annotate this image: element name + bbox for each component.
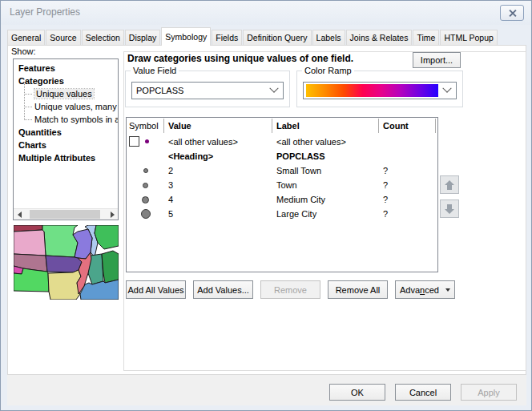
tab-labels[interactable]: Labels bbox=[312, 30, 345, 45]
tab-display[interactable]: Display bbox=[125, 30, 160, 45]
show-item-features[interactable]: Features bbox=[14, 62, 118, 75]
tab-symbology[interactable]: Symbology bbox=[161, 27, 211, 46]
color-ramp-group: Color Ramp bbox=[296, 71, 463, 107]
show-tree-hscrollbar[interactable] bbox=[14, 208, 118, 220]
value-field-value: POPCLASS bbox=[132, 86, 265, 95]
color-ramp-dropdown[interactable] bbox=[303, 82, 457, 99]
show-item-match-symbols[interactable]: Match to symbols in a bbox=[14, 113, 118, 126]
tab-html-popup[interactable]: HTML Popup bbox=[440, 30, 497, 45]
category-symbol[interactable] bbox=[143, 168, 148, 173]
tab-definition-query[interactable]: Definition Query bbox=[243, 30, 311, 45]
column-header-count[interactable]: Count bbox=[379, 119, 436, 133]
category-symbol[interactable] bbox=[142, 196, 149, 203]
symbol-table: Symbol Value Label Count <all other valu… bbox=[126, 117, 438, 272]
tab-joins-relates[interactable]: Joins & Relates bbox=[346, 30, 413, 45]
map-missouri bbox=[48, 270, 81, 300]
tab-fields[interactable]: Fields bbox=[212, 30, 242, 45]
menu-dropdown-icon bbox=[445, 288, 450, 292]
add-values-button[interactable]: Add Values... bbox=[193, 280, 253, 299]
map-south-dakota bbox=[14, 230, 46, 256]
remove-all-button[interactable]: Remove All bbox=[328, 280, 388, 299]
layer-properties-dialog: Layer Properties General Source Selectio… bbox=[0, 0, 532, 411]
category-symbol[interactable] bbox=[143, 183, 148, 188]
map-michigan bbox=[95, 225, 119, 249]
window-title: Layer Properties bbox=[10, 6, 80, 18]
tab-general[interactable]: General bbox=[7, 30, 45, 45]
titlebar[interactable]: Layer Properties bbox=[1, 1, 531, 25]
arrow-up-icon bbox=[443, 179, 456, 191]
remove-button[interactable]: Remove bbox=[260, 280, 320, 299]
apply-button[interactable]: Apply bbox=[461, 384, 517, 401]
chevron-down-icon[interactable] bbox=[265, 87, 283, 94]
tree-connector bbox=[24, 83, 32, 95]
map-iowa bbox=[46, 256, 82, 272]
renderer-description: Draw categories using unique values of o… bbox=[127, 53, 353, 64]
tree-connector bbox=[24, 108, 32, 120]
import-button[interactable]: Import... bbox=[413, 52, 461, 68]
close-button[interactable] bbox=[500, 5, 524, 21]
arrow-down-icon bbox=[443, 203, 456, 216]
cancel-button[interactable]: Cancel bbox=[395, 384, 451, 401]
tab-selection[interactable]: Selection bbox=[82, 30, 124, 45]
tab-bar: General Source Selection Display Symbolo… bbox=[7, 26, 526, 45]
table-header: Symbol Value Label Count bbox=[127, 118, 437, 134]
move-up-button[interactable] bbox=[440, 175, 459, 194]
all-other-values-symbol[interactable] bbox=[145, 139, 149, 143]
add-all-values-button[interactable]: Add All Values bbox=[126, 280, 186, 299]
table-row[interactable]: 2 Small Town ? bbox=[127, 163, 437, 178]
tab-time[interactable]: Time bbox=[413, 30, 439, 45]
scroll-right-arrow-icon[interactable] bbox=[107, 209, 118, 220]
show-item-charts[interactable]: Charts bbox=[14, 139, 118, 151]
column-header-value[interactable]: Value bbox=[164, 119, 272, 133]
map-ohio bbox=[102, 251, 119, 283]
value-field-group: Value Field POPCLASS bbox=[125, 71, 290, 107]
color-ramp-label: Color Ramp bbox=[302, 66, 354, 75]
chevron-down-icon[interactable] bbox=[438, 87, 456, 94]
ok-button[interactable]: OK bbox=[329, 384, 385, 401]
move-down-button[interactable] bbox=[440, 199, 459, 218]
show-tree: Features Categories Unique values Unique… bbox=[13, 58, 119, 220]
symbology-tab-panel: Show: Features Categories Unique values … bbox=[7, 45, 526, 375]
value-field-label: Value Field bbox=[131, 66, 179, 75]
show-item-quantities[interactable]: Quantities bbox=[14, 126, 118, 139]
dialog-button-row: OK Cancel Apply bbox=[7, 375, 526, 405]
advanced-button[interactable]: Advanced bbox=[395, 280, 455, 299]
table-row[interactable]: <all other values> <all other values> bbox=[127, 134, 437, 149]
show-item-multiple-attributes[interactable]: Multiple Attributes bbox=[14, 151, 118, 164]
close-icon bbox=[508, 9, 517, 18]
color-ramp-swatch bbox=[306, 84, 438, 97]
map-minnesota bbox=[42, 225, 78, 257]
table-row[interactable]: 5 Large City ? bbox=[127, 207, 437, 221]
map-bottom-right bbox=[80, 280, 119, 300]
scrollbar-thumb[interactable] bbox=[30, 210, 100, 219]
table-row[interactable]: <Heading> POPCLASS bbox=[127, 149, 437, 163]
tree-connector bbox=[24, 95, 32, 107]
column-header-symbol[interactable]: Symbol bbox=[127, 119, 164, 133]
column-header-label[interactable]: Label bbox=[272, 119, 379, 133]
value-field-dropdown[interactable]: POPCLASS bbox=[131, 82, 284, 99]
action-button-row: Add All Values Add Values... Remove Remo… bbox=[126, 280, 455, 299]
show-label: Show: bbox=[11, 46, 36, 56]
map-preview bbox=[14, 225, 119, 300]
all-other-values-checkbox[interactable] bbox=[129, 136, 139, 147]
table-row[interactable]: 3 Town ? bbox=[127, 178, 437, 192]
tab-source[interactable]: Source bbox=[46, 30, 80, 45]
scroll-left-arrow-icon[interactable] bbox=[14, 209, 25, 220]
table-row[interactable]: 4 Medium City ? bbox=[127, 192, 437, 207]
category-symbol[interactable] bbox=[141, 209, 151, 219]
